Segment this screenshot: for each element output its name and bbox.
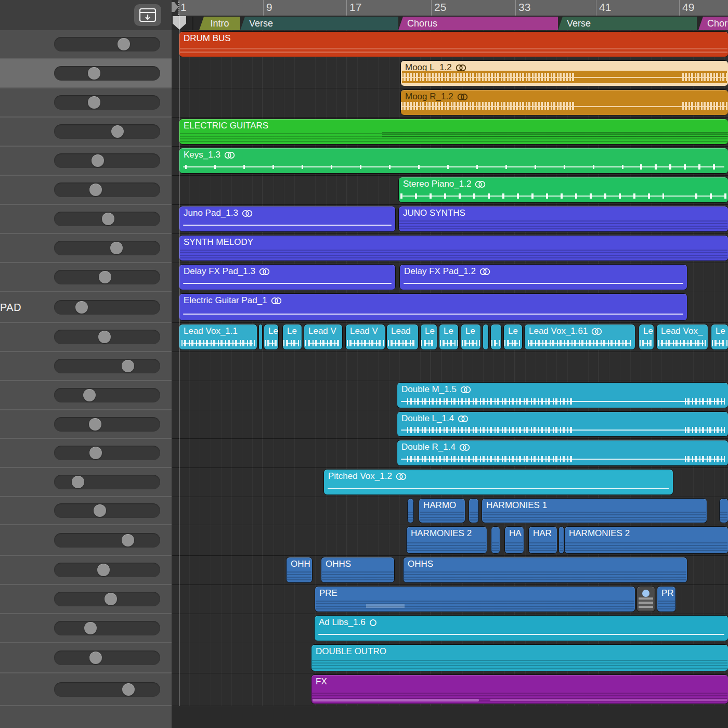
- pan-slider[interactable]: [54, 621, 160, 635]
- pan-knob[interactable]: [89, 447, 102, 459]
- region-le[interactable]: Le: [503, 324, 523, 350]
- region-lead-v[interactable]: Lead V: [304, 324, 343, 350]
- track-header-row[interactable]: [0, 381, 172, 410]
- pan-knob[interactable]: [84, 622, 97, 634]
- region-moog-l-1-2[interactable]: Moog L_1.2: [400, 60, 728, 86]
- pan-slider[interactable]: [54, 330, 160, 344]
- arrangement-marker-strip[interactable]: IntroVerseChorusVerseChorus: [172, 16, 728, 30]
- track-header-row[interactable]: [0, 614, 172, 643]
- playhead-handle[interactable]: [173, 16, 186, 30]
- region-double-outro[interactable]: DOUBLE OUTRO: [311, 644, 728, 671]
- pan-knob[interactable]: [92, 154, 104, 167]
- region-moog-r-1-2[interactable]: Moog R_1.2: [400, 89, 728, 115]
- region-fx[interactable]: FX: [311, 674, 728, 704]
- track-header-row[interactable]: [0, 59, 172, 88]
- arrangement-marker-verse[interactable]: Verse: [558, 17, 697, 30]
- pan-slider[interactable]: [54, 359, 160, 373]
- pan-slider[interactable]: [54, 95, 160, 110]
- pan-slider[interactable]: [54, 37, 160, 51]
- pan-slider[interactable]: [54, 533, 160, 548]
- pan-knob[interactable]: [72, 476, 84, 488]
- region-lead[interactable]: Lead: [386, 324, 419, 350]
- track-header-row[interactable]: [0, 643, 172, 673]
- region-lead-v[interactable]: Lead V: [345, 324, 385, 350]
- region-ohhs[interactable]: OHHS: [321, 557, 395, 583]
- pan-knob[interactable]: [89, 652, 102, 664]
- track-header-row[interactable]: [0, 525, 172, 556]
- pan-knob[interactable]: [88, 67, 100, 80]
- track-header-row[interactable]: [0, 147, 172, 176]
- region-le[interactable]: Le: [420, 324, 437, 350]
- bar-ruler[interactable]: 191725334149: [172, 0, 728, 16]
- track-header-row[interactable]: [0, 205, 172, 234]
- region-ad-libs-1-6[interactable]: Ad Libs_1.6: [314, 615, 728, 641]
- region-harmonies-1[interactable]: HARMONIES 1: [482, 498, 707, 523]
- region-lead-vox-1-61[interactable]: Lead Vox_1.61: [524, 324, 635, 350]
- track-header-row[interactable]: [0, 673, 172, 706]
- pan-knob[interactable]: [89, 418, 101, 431]
- track-header-row[interactable]: [0, 468, 172, 497]
- region-juno-synths[interactable]: JUNO SYNTHS: [398, 206, 728, 232]
- region-clip[interactable]: [636, 586, 655, 612]
- region-keys-1-3[interactable]: Keys_1.3: [179, 148, 728, 174]
- pan-slider[interactable]: [54, 475, 160, 489]
- pan-slider[interactable]: [54, 651, 160, 665]
- region-lead-vox[interactable]: Lead Vox_: [656, 324, 708, 350]
- track-header-row[interactable]: [0, 439, 172, 468]
- import-tray-button[interactable]: [134, 4, 161, 26]
- pan-knob[interactable]: [122, 360, 134, 372]
- region-pre[interactable]: PRE: [315, 586, 635, 612]
- track-header-row[interactable]: PAD: [0, 292, 172, 323]
- region-clip[interactable]: [407, 498, 414, 523]
- region-le[interactable]: Le: [461, 324, 481, 350]
- track-header-row[interactable]: [0, 497, 172, 525]
- region-le[interactable]: Le: [639, 324, 654, 350]
- track-header-row[interactable]: [0, 263, 172, 292]
- track-header-row[interactable]: [0, 410, 172, 439]
- track-header-row[interactable]: [0, 118, 172, 147]
- region-ohh[interactable]: OHH: [286, 557, 313, 583]
- pan-knob[interactable]: [88, 96, 100, 109]
- region-delay-fx-pad-1-3[interactable]: Delay FX Pad_1.3: [179, 264, 396, 290]
- pan-knob[interactable]: [122, 534, 134, 547]
- pan-knob[interactable]: [89, 184, 102, 196]
- region-synth-melody[interactable]: SYNTH MELODY: [179, 235, 728, 261]
- pan-slider[interactable]: [54, 682, 160, 697]
- pan-slider[interactable]: [54, 592, 160, 606]
- region-stereo-piano-1-2[interactable]: Stereo Piano_1.2: [398, 177, 728, 203]
- region-double-m-1-5[interactable]: Double M_1.5: [397, 382, 728, 408]
- region-double-r-1-4[interactable]: Double R_1.4: [397, 440, 728, 466]
- region-harmonies-2[interactable]: HARMONIES 2: [564, 526, 728, 554]
- pan-knob[interactable]: [110, 242, 123, 254]
- region-clip[interactable]: [490, 324, 502, 350]
- region-har[interactable]: HAR: [528, 526, 557, 554]
- region-clip[interactable]: [483, 324, 489, 350]
- pan-slider[interactable]: [54, 503, 160, 518]
- region-le[interactable]: Le: [264, 324, 279, 350]
- pan-knob[interactable]: [102, 213, 114, 225]
- region-harmo[interactable]: HARMO: [419, 498, 465, 523]
- pan-slider[interactable]: [54, 417, 160, 432]
- region-ohhs[interactable]: OHHS: [403, 557, 687, 583]
- pan-slider[interactable]: [54, 212, 160, 226]
- region-le[interactable]: Le: [711, 324, 728, 350]
- pan-knob[interactable]: [122, 683, 135, 696]
- region-clip[interactable]: [558, 526, 564, 554]
- region-le[interactable]: Le: [282, 324, 302, 350]
- pan-slider[interactable]: [54, 241, 160, 255]
- arrangement-marker-chorus[interactable]: Chorus: [698, 17, 728, 30]
- pan-knob[interactable]: [83, 389, 96, 401]
- region-pitched-vox-1-2[interactable]: Pitched Vox_1.2: [323, 469, 673, 495]
- arrangement-marker-chorus[interactable]: Chorus: [398, 17, 558, 30]
- region-clip[interactable]: [491, 526, 500, 554]
- track-header-row[interactable]: [0, 30, 172, 59]
- pan-slider[interactable]: [54, 183, 160, 197]
- pan-slider[interactable]: [54, 563, 160, 577]
- region-delay-fx-pad-1-2[interactable]: Delay FX Pad_1.2: [399, 264, 687, 290]
- region-electric-guitar-pad-1[interactable]: Electric Guitar Pad_1: [179, 293, 687, 321]
- region-electric-guitars[interactable]: ELECTRIC GUITARS: [179, 119, 728, 145]
- track-header-row[interactable]: [0, 585, 172, 614]
- region-juno-pad-1-3[interactable]: Juno Pad_1.3: [179, 206, 396, 232]
- region-clip[interactable]: [719, 498, 728, 523]
- region-le[interactable]: Le: [439, 324, 459, 350]
